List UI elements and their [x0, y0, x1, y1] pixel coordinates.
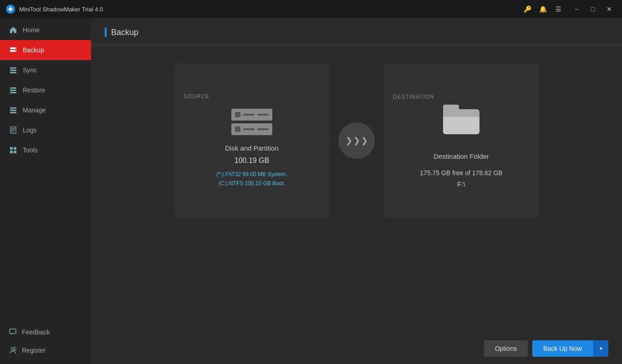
register-icon [9, 347, 16, 354]
sidebar-sync-label: Sync [23, 66, 37, 74]
sidebar-item-manage[interactable]: Manage [0, 100, 91, 120]
chevron-2: ❯ [353, 136, 360, 146]
svg-rect-10 [10, 92, 16, 93]
sidebar-backup-label: Backup [23, 46, 44, 54]
sidebar-nav: Home Backup [0, 18, 91, 323]
main-content: Backup SOURCE [91, 18, 622, 364]
manage-icon [9, 106, 17, 114]
app-body: Home Backup [0, 18, 622, 364]
title-bar: MiniTool ShadowMaker Trial 4.0 🔑 🔔 ☰ − □… [0, 0, 622, 18]
sidebar-item-feedback[interactable]: Feedback [0, 323, 91, 341]
svg-rect-4 [15, 51, 16, 51]
dest-section-label: DESTINATION [393, 94, 434, 100]
header-accent-bar [105, 27, 107, 37]
svg-rect-7 [10, 72, 16, 73]
disk-bar-1 [231, 109, 272, 121]
backup-dropdown-button[interactable]: ▾ [593, 340, 608, 357]
sidebar: Home Backup [0, 18, 91, 364]
sidebar-item-restore[interactable]: Restore [0, 80, 91, 100]
disk-line-1a [243, 114, 255, 116]
disk-indicator-2 [235, 126, 240, 132]
source-card-size: 100.19 GB [235, 157, 270, 165]
sidebar-tools-label: Tools [23, 147, 38, 154]
sidebar-item-register[interactable]: Register [0, 341, 91, 359]
svg-rect-16 [11, 130, 15, 131]
restore-icon [9, 86, 17, 94]
sidebar-item-tools[interactable]: Tools [0, 140, 91, 160]
chevron-1: ❯ [346, 136, 352, 146]
sidebar-restore-label: Restore [23, 86, 45, 94]
sidebar-bottom: Feedback Register [0, 323, 91, 364]
page-title: Backup [111, 28, 138, 37]
svg-rect-5 [10, 67, 16, 69]
backup-now-wrap: Back Up Now ▾ [532, 340, 608, 357]
sidebar-manage-label: Manage [23, 106, 46, 114]
source-icon-area [231, 109, 272, 135]
svg-rect-19 [14, 147, 16, 150]
bottom-action-bar: Options Back Up Now ▾ [91, 333, 622, 364]
disk-line-1b [257, 114, 269, 116]
svg-rect-22 [10, 329, 16, 334]
disk-indicator-1 [235, 112, 240, 117]
app-title: MiniTool ShadowMaker Trial 4.0 [19, 6, 520, 13]
backup-cards-row: SOURCE [105, 63, 608, 218]
sidebar-feedback-label: Feedback [22, 329, 50, 336]
logs-icon [9, 126, 17, 134]
options-button[interactable]: Options [484, 340, 528, 357]
destination-card[interactable]: DESTINATION Destination Folder 175.75 GB… [384, 63, 539, 218]
svg-rect-18 [10, 147, 13, 150]
sidebar-item-sync[interactable]: Sync [0, 60, 91, 80]
content-area: SOURCE [91, 45, 622, 333]
svg-rect-6 [10, 70, 16, 71]
bell-icon-btn[interactable]: 🔔 [535, 3, 550, 15]
menu-icon-btn[interactable]: ☰ [551, 3, 566, 15]
folder-inner [443, 117, 479, 134]
dest-icon-area [443, 109, 479, 134]
page-header: Backup [91, 18, 622, 45]
folder-base [443, 109, 479, 134]
sidebar-register-label: Register [22, 347, 46, 354]
folder-tab [443, 105, 459, 110]
source-card[interactable]: SOURCE [174, 63, 329, 218]
svg-rect-21 [14, 151, 16, 153]
svg-rect-15 [11, 128, 15, 129]
backup-icon [9, 46, 17, 54]
sidebar-item-backup[interactable]: Backup [0, 40, 91, 60]
feedback-icon [9, 329, 16, 336]
svg-rect-25 [15, 350, 15, 351]
sidebar-home-label: Home [23, 26, 40, 34]
window-controls: − □ ✕ [569, 3, 617, 15]
arrow-connector: ❯ ❯ ❯ [338, 122, 375, 159]
dest-card-free: 175.75 GB free of 178.62 GB [420, 169, 502, 177]
svg-rect-3 [15, 48, 16, 49]
app-logo [5, 4, 15, 14]
tools-icon [9, 146, 17, 154]
svg-rect-13 [10, 112, 16, 113]
disk-line-2a [243, 128, 255, 130]
svg-rect-8 [10, 87, 16, 89]
chevron-3: ❯ [361, 136, 368, 146]
sidebar-item-logs[interactable]: Logs [0, 120, 91, 140]
source-card-label: Disk and Partition [225, 144, 279, 152]
minimize-button[interactable]: − [569, 3, 584, 15]
sync-icon [9, 66, 17, 74]
svg-rect-17 [11, 131, 14, 132]
arrow-chevrons: ❯ ❯ ❯ [346, 136, 368, 146]
close-button[interactable]: ✕ [602, 3, 617, 15]
source-detail-1: (*:).FAT32 99.00 MB System. [216, 171, 287, 177]
source-section-label: SOURCE [184, 93, 209, 100]
sidebar-logs-label: Logs [23, 126, 36, 134]
svg-rect-12 [10, 110, 16, 111]
backup-now-button[interactable]: Back Up Now [532, 340, 593, 357]
maximize-button[interactable]: □ [586, 3, 600, 15]
disk-line-2b [257, 128, 269, 130]
disk-bar-2 [231, 123, 272, 135]
svg-point-23 [11, 348, 14, 350]
key-icon-btn[interactable]: 🔑 [520, 3, 535, 15]
source-card-detail: (*:).FAT32 99.00 MB System. (C:).NTFS 10… [216, 170, 287, 187]
title-bar-utility-icons: 🔑 🔔 ☰ [520, 3, 566, 15]
sidebar-item-home[interactable]: Home [0, 20, 91, 40]
dest-card-label: Destination Folder [433, 152, 489, 160]
home-icon [9, 26, 17, 34]
folder-icon [443, 109, 479, 134]
